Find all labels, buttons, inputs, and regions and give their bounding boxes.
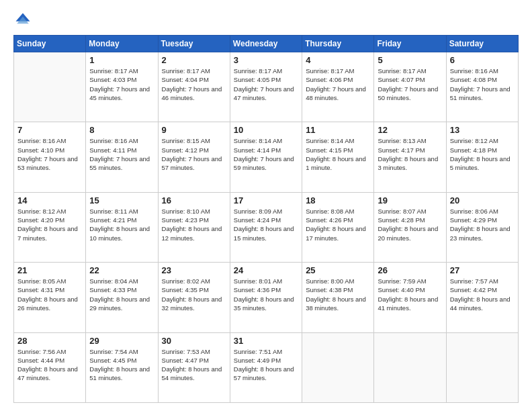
calendar-cell: 12Sunrise: 8:13 AMSunset: 4:17 PMDayligh… (374, 122, 446, 192)
day-number: 30 (162, 336, 226, 346)
calendar-cell: 23Sunrise: 8:02 AMSunset: 4:35 PMDayligh… (158, 263, 230, 332)
calendar-cell (14, 52, 86, 122)
day-info: Sunrise: 8:08 AMSunset: 4:26 PMDaylight:… (306, 207, 370, 242)
day-info: Sunrise: 8:17 AMSunset: 4:07 PMDaylight:… (378, 66, 442, 102)
calendar-cell: 14Sunrise: 8:12 AMSunset: 4:20 PMDayligh… (14, 192, 86, 262)
day-info: Sunrise: 8:14 AMSunset: 4:14 PMDaylight:… (234, 136, 298, 172)
calendar-cell: 15Sunrise: 8:11 AMSunset: 4:21 PMDayligh… (86, 192, 158, 262)
calendar-cell (302, 332, 374, 402)
calendar-cell: 18Sunrise: 8:08 AMSunset: 4:26 PMDayligh… (302, 192, 374, 262)
weekday-header-row: SundayMondayTuesdayWednesdayThursdayFrid… (14, 36, 519, 52)
weekday-header-sunday: Sunday (14, 36, 86, 52)
day-info: Sunrise: 8:16 AMSunset: 4:08 PMDaylight:… (450, 66, 515, 102)
day-number: 20 (450, 195, 515, 205)
calendar-cell: 13Sunrise: 8:12 AMSunset: 4:18 PMDayligh… (446, 122, 518, 192)
day-info: Sunrise: 8:06 AMSunset: 4:29 PMDaylight:… (450, 207, 515, 242)
calendar-cell: 19Sunrise: 8:07 AMSunset: 4:28 PMDayligh… (374, 192, 446, 262)
calendar-cell: 28Sunrise: 7:56 AMSunset: 4:44 PMDayligh… (14, 332, 86, 402)
calendar-cell: 30Sunrise: 7:53 AMSunset: 4:47 PMDayligh… (158, 332, 230, 402)
weekday-header-monday: Monday (86, 36, 158, 52)
day-info: Sunrise: 8:12 AMSunset: 4:18 PMDaylight:… (450, 136, 515, 172)
day-number: 14 (17, 195, 82, 205)
day-info: Sunrise: 8:16 AMSunset: 4:11 PMDaylight:… (89, 136, 154, 172)
week-row-0: 1Sunrise: 8:17 AMSunset: 4:03 PMDaylight… (14, 52, 519, 122)
calendar-cell: 11Sunrise: 8:14 AMSunset: 4:15 PMDayligh… (302, 122, 374, 192)
day-number: 9 (162, 125, 226, 135)
calendar-cell: 3Sunrise: 8:17 AMSunset: 4:05 PMDaylight… (230, 52, 302, 122)
day-number: 31 (234, 336, 298, 346)
calendar-cell: 2Sunrise: 8:17 AMSunset: 4:04 PMDaylight… (158, 52, 230, 122)
calendar-cell: 20Sunrise: 8:06 AMSunset: 4:29 PMDayligh… (446, 192, 518, 262)
calendar-cell: 25Sunrise: 8:00 AMSunset: 4:38 PMDayligh… (302, 263, 374, 332)
day-info: Sunrise: 7:54 AMSunset: 4:45 PMDaylight:… (89, 347, 154, 383)
day-number: 6 (450, 55, 515, 65)
day-info: Sunrise: 7:56 AMSunset: 4:44 PMDaylight:… (17, 347, 82, 383)
day-number: 26 (378, 265, 442, 275)
day-number: 10 (234, 125, 298, 135)
day-number: 21 (17, 265, 82, 275)
day-info: Sunrise: 8:12 AMSunset: 4:20 PMDaylight:… (17, 207, 82, 242)
calendar-cell: 27Sunrise: 7:57 AMSunset: 4:42 PMDayligh… (446, 263, 518, 332)
day-info: Sunrise: 8:13 AMSunset: 4:17 PMDaylight:… (378, 136, 442, 172)
day-info: Sunrise: 8:17 AMSunset: 4:03 PMDaylight:… (89, 66, 154, 102)
day-number: 13 (450, 125, 515, 135)
day-number: 28 (17, 336, 82, 346)
calendar-cell: 24Sunrise: 8:01 AMSunset: 4:36 PMDayligh… (230, 263, 302, 332)
day-number: 1 (89, 55, 154, 65)
day-number: 19 (378, 195, 442, 205)
calendar-cell: 10Sunrise: 8:14 AMSunset: 4:14 PMDayligh… (230, 122, 302, 192)
calendar-cell: 4Sunrise: 8:17 AMSunset: 4:06 PMDaylight… (302, 52, 374, 122)
day-info: Sunrise: 8:02 AMSunset: 4:35 PMDaylight:… (162, 277, 226, 312)
logo (13, 11, 35, 30)
day-number: 5 (378, 55, 442, 65)
day-number: 27 (450, 265, 515, 275)
calendar-cell (446, 332, 518, 402)
logo-icon (13, 11, 32, 30)
day-info: Sunrise: 8:07 AMSunset: 4:28 PMDaylight:… (378, 207, 442, 242)
weekday-header-thursday: Thursday (302, 36, 374, 52)
day-info: Sunrise: 8:16 AMSunset: 4:10 PMDaylight:… (17, 136, 82, 172)
calendar-cell: 17Sunrise: 8:09 AMSunset: 4:24 PMDayligh… (230, 192, 302, 262)
calendar-cell: 5Sunrise: 8:17 AMSunset: 4:07 PMDaylight… (374, 52, 446, 122)
calendar-cell: 8Sunrise: 8:16 AMSunset: 4:11 PMDaylight… (86, 122, 158, 192)
day-info: Sunrise: 8:17 AMSunset: 4:05 PMDaylight:… (234, 66, 298, 102)
day-info: Sunrise: 8:05 AMSunset: 4:31 PMDaylight:… (17, 277, 82, 312)
calendar-cell: 21Sunrise: 8:05 AMSunset: 4:31 PMDayligh… (14, 263, 86, 332)
weekday-header-tuesday: Tuesday (158, 36, 230, 52)
day-number: 4 (306, 55, 370, 65)
day-number: 24 (234, 265, 298, 275)
day-info: Sunrise: 8:17 AMSunset: 4:04 PMDaylight:… (162, 66, 226, 102)
day-info: Sunrise: 7:53 AMSunset: 4:47 PMDaylight:… (162, 347, 226, 383)
calendar-cell: 6Sunrise: 8:16 AMSunset: 4:08 PMDaylight… (446, 52, 518, 122)
calendar-cell: 9Sunrise: 8:15 AMSunset: 4:12 PMDaylight… (158, 122, 230, 192)
day-info: Sunrise: 8:14 AMSunset: 4:15 PMDaylight:… (306, 136, 370, 172)
calendar-cell: 22Sunrise: 8:04 AMSunset: 4:33 PMDayligh… (86, 263, 158, 332)
day-number: 23 (162, 265, 226, 275)
calendar-cell: 7Sunrise: 8:16 AMSunset: 4:10 PMDaylight… (14, 122, 86, 192)
calendar-cell: 16Sunrise: 8:10 AMSunset: 4:23 PMDayligh… (158, 192, 230, 262)
day-number: 2 (162, 55, 226, 65)
weekday-header-wednesday: Wednesday (230, 36, 302, 52)
day-info: Sunrise: 8:17 AMSunset: 4:06 PMDaylight:… (306, 66, 370, 102)
day-info: Sunrise: 7:57 AMSunset: 4:42 PMDaylight:… (450, 277, 515, 312)
day-number: 7 (17, 125, 82, 135)
calendar-table: SundayMondayTuesdayWednesdayThursdayFrid… (13, 35, 519, 403)
day-number: 15 (89, 195, 154, 205)
day-info: Sunrise: 8:00 AMSunset: 4:38 PMDaylight:… (306, 277, 370, 312)
calendar-cell: 29Sunrise: 7:54 AMSunset: 4:45 PMDayligh… (86, 332, 158, 402)
calendar-page: SundayMondayTuesdayWednesdayThursdayFrid… (0, 0, 532, 411)
header (13, 11, 519, 30)
day-info: Sunrise: 8:15 AMSunset: 4:12 PMDaylight:… (162, 136, 226, 172)
week-row-1: 7Sunrise: 8:16 AMSunset: 4:10 PMDaylight… (14, 122, 519, 192)
calendar-cell: 26Sunrise: 7:59 AMSunset: 4:40 PMDayligh… (374, 263, 446, 332)
day-info: Sunrise: 7:59 AMSunset: 4:40 PMDaylight:… (378, 277, 442, 312)
day-number: 3 (234, 55, 298, 65)
day-number: 8 (89, 125, 154, 135)
calendar-cell: 31Sunrise: 7:51 AMSunset: 4:49 PMDayligh… (230, 332, 302, 402)
day-number: 16 (162, 195, 226, 205)
day-info: Sunrise: 8:09 AMSunset: 4:24 PMDaylight:… (234, 207, 298, 242)
day-info: Sunrise: 8:04 AMSunset: 4:33 PMDaylight:… (89, 277, 154, 312)
day-info: Sunrise: 8:10 AMSunset: 4:23 PMDaylight:… (162, 207, 226, 242)
weekday-header-friday: Friday (374, 36, 446, 52)
day-number: 17 (234, 195, 298, 205)
